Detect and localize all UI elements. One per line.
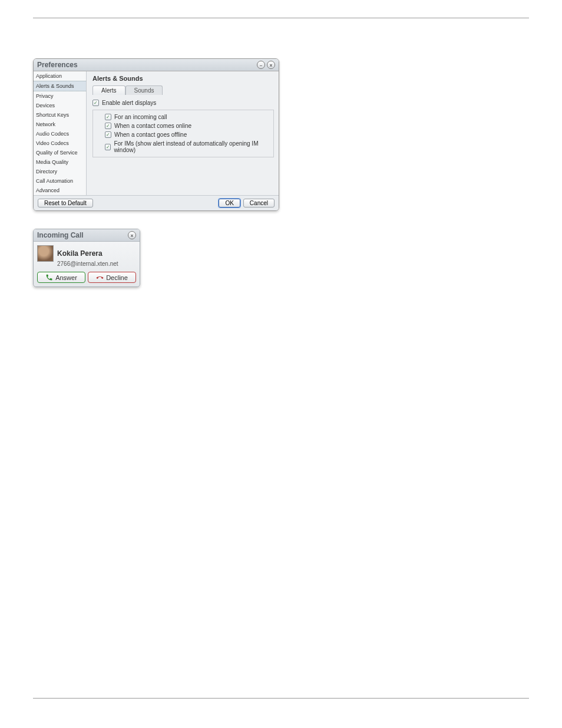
avatar <box>37 245 54 262</box>
phone-pickup-icon <box>45 274 53 281</box>
checkbox-icon[interactable]: ✓ <box>92 100 99 106</box>
checkbox-icon[interactable]: ✓ <box>105 123 111 129</box>
decline-button[interactable]: Decline <box>88 272 136 283</box>
incoming-call-popup: Incoming Call x Kokila Perera 2766@inter… <box>33 229 140 287</box>
preferences-nav: Application Alerts & Sounds Privacy Devi… <box>34 71 87 195</box>
alert-situations-group: ✓ For an incoming call ✓ When a contact … <box>92 110 274 157</box>
minimize-icon[interactable]: – <box>257 61 265 69</box>
check-label: For IMs (show alert instead of automatic… <box>114 140 270 153</box>
check-contact-offline: ✓ When a contact goes offline <box>105 130 270 139</box>
caller-name: Kokila Perera <box>57 249 103 258</box>
nav-item-media-quality[interactable]: Media Quality <box>34 157 86 167</box>
checkbox-icon[interactable]: ✓ <box>105 144 111 150</box>
nav-item-video-codecs[interactable]: Video Codecs <box>34 139 86 148</box>
nav-item-network[interactable]: Network <box>34 120 86 129</box>
tab-sounds[interactable]: Sounds <box>125 85 163 95</box>
nav-item-directory[interactable]: Directory <box>34 167 86 176</box>
check-incoming-call: ✓ For an incoming call <box>105 113 270 121</box>
caller-row: Kokila Perera <box>37 245 136 262</box>
preferences-body: Application Alerts & Sounds Privacy Devi… <box>34 71 279 195</box>
close-icon[interactable]: x <box>267 61 275 69</box>
tabs: Alerts Sounds <box>92 85 274 95</box>
reset-to-default-button[interactable]: Reset to Default <box>38 199 93 207</box>
nav-item-application[interactable]: Application <box>34 71 86 81</box>
nav-item-alerts-sounds[interactable]: Alerts & Sounds <box>34 81 86 91</box>
incoming-call-title: Incoming Call <box>37 231 84 239</box>
nav-item-privacy[interactable]: Privacy <box>34 91 86 101</box>
check-label: When a contact goes offline <box>114 131 187 138</box>
preferences-titlebar: Preferences – x <box>34 59 279 71</box>
incoming-call-body: Kokila Perera 2766@internal.xten.net Ans… <box>34 242 140 286</box>
page: Preferences – x Application Alerts & Sou… <box>33 18 529 699</box>
ok-button[interactable]: OK <box>219 199 240 207</box>
close-icon[interactable]: x <box>128 231 136 239</box>
enable-alert-displays-row: ✓ Enable alert displays <box>92 98 274 107</box>
decline-label: Decline <box>106 274 128 281</box>
nav-item-devices[interactable]: Devices <box>34 101 86 110</box>
window-controls: – x <box>257 61 275 69</box>
check-contact-online: ✓ When a contact comes online <box>105 121 270 130</box>
answer-label: Answer <box>55 274 77 281</box>
nav-item-advanced[interactable]: Advanced <box>34 186 86 195</box>
phone-hangup-icon <box>96 274 104 281</box>
preferences-panel: Alerts & Sounds Alerts Sounds ✓ Enable a… <box>87 71 279 195</box>
preferences-window: Preferences – x Application Alerts & Sou… <box>33 58 279 211</box>
nav-item-audio-codecs[interactable]: Audio Codecs <box>34 129 86 139</box>
checkbox-icon[interactable]: ✓ <box>105 131 111 138</box>
answer-button[interactable]: Answer <box>37 272 85 283</box>
call-buttons: Answer Decline <box>37 272 136 283</box>
nav-item-qos[interactable]: Quality of Service <box>34 148 86 157</box>
preferences-footer: Reset to Default OK Cancel <box>34 195 279 210</box>
check-label: For an incoming call <box>114 114 167 120</box>
incoming-call-titlebar: Incoming Call x <box>34 229 140 242</box>
check-ims: ✓ For IMs (show alert instead of automat… <box>105 139 270 154</box>
nav-item-shortcut-keys[interactable]: Shortcut Keys <box>34 110 86 120</box>
preferences-title: Preferences <box>37 61 78 69</box>
check-label: When a contact comes online <box>114 123 191 129</box>
cancel-button[interactable]: Cancel <box>243 199 275 207</box>
enable-alert-displays-label: Enable alert displays <box>102 100 156 106</box>
checkbox-icon[interactable]: ✓ <box>105 114 111 120</box>
footer-right-buttons: OK Cancel <box>219 199 275 207</box>
nav-item-call-automation[interactable]: Call Automation <box>34 176 86 186</box>
tab-alerts[interactable]: Alerts <box>92 85 125 95</box>
panel-title: Alerts & Sounds <box>92 75 274 82</box>
